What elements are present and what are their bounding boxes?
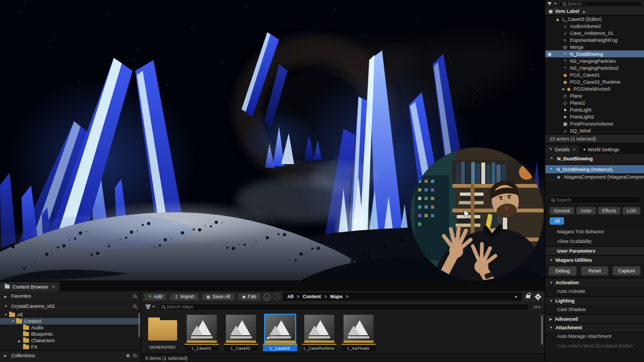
asset-tile-l_cave03[interactable]: ★L_Cave03 [262,313,298,352]
outliner-row[interactable]: ♪AudioVolume2 [545,23,644,29]
outliner-row[interactable]: ◉*N_DustBlowing [545,50,644,57]
asset-search-input[interactable] [166,304,526,309]
expander-icon[interactable]: ▼ [550,281,553,284]
tree-item-fx[interactable]: FX [0,344,141,350]
outliner-row[interactable]: ◆PCG_Cave01 [545,71,644,78]
project-row[interactable]: ▼ CrystalCaverns_v02 [0,301,141,312]
property-row[interactable]: Auto Activate [545,286,644,296]
outliner-row[interactable]: ▣PostProcessVolume [545,120,644,127]
subheader-user-parameters[interactable]: User Parameters [545,246,644,255]
outliner-row[interactable]: ◎Merge [545,43,644,50]
filter-pill-lod[interactable]: LOD [623,207,640,215]
property-row[interactable]: Cast Shadow [545,305,644,314]
outliner-search[interactable] [559,1,642,7]
visibility-eye-icon[interactable]: ◉ [548,9,553,14]
outliner-row[interactable]: ●PointLight [545,106,644,113]
reset-button[interactable]: Reset [581,266,609,276]
section-activation[interactable]: ▼Activation [545,278,644,286]
search-icon[interactable] [133,354,136,357]
filter-pill-general[interactable]: General [550,207,574,215]
back-button[interactable]: ← [264,293,270,300]
breadcrumb[interactable]: All>Content>Maps> ▼ [283,292,522,301]
expander-icon[interactable]: ▶ [562,87,565,91]
capture-button[interactable]: Capture [612,266,641,276]
outliner-row[interactable]: ◇Plane2 [545,99,644,106]
asset-tile-l_icefloats[interactable]: L_iceFloats [340,313,376,352]
import-button[interactable]: ↧Import [170,293,199,301]
outliner-row[interactable]: ●PointLight2 [545,113,644,120]
breadcrumb-segment[interactable]: Content [303,294,321,299]
asset-tile-l_cave01[interactable]: L_Cave01 [184,313,219,352]
outliner-column-header[interactable]: ◉ Item Label ▲ [545,8,644,16]
expander-icon[interactable]: ▶ [4,353,8,357]
level-viewport[interactable] [0,0,545,280]
asset-tile-l_caveruntime[interactable]: L_CaveRuntime [301,313,337,352]
close-icon[interactable]: × [52,284,55,290]
details-search[interactable] [547,196,642,204]
outliner-row[interactable]: *NS_HangingParticles [545,57,644,64]
tree-scrollbar[interactable] [138,313,140,337]
property-row[interactable]: Niagara Tick Behavior [545,227,644,237]
expander-icon[interactable]: ▶ [4,294,8,298]
assets-scrollbar[interactable] [541,315,543,345]
fab-button[interactable]: ◆Fab [238,293,261,301]
outliner-row[interactable]: ◇Plane [545,92,644,99]
filter-pill-effects[interactable]: Effects [598,207,620,215]
details-search-input[interactable] [557,197,638,203]
outliner-row[interactable]: ▲L_Cave03 (Editor) [545,16,644,23]
tree-item-characters[interactable]: ▶Characters [0,337,141,344]
property-row[interactable]: Allow Scalability [545,237,644,246]
filter-funnel-icon[interactable] [547,2,552,5]
sort-icon[interactable]: ↓≡ ▼ [533,304,540,309]
expander-icon[interactable]: ▶ [550,317,552,321]
expander-icon[interactable]: ▼ [550,299,553,302]
outliner-row[interactable]: ♪SQ_Wind [545,127,644,134]
add-button[interactable]: +Add [144,293,167,301]
gear-icon[interactable] [536,294,540,299]
outliner-row[interactable]: ◆PCG_Cave02_Runtime [545,78,644,85]
tree-item-audio[interactable]: Audio [0,324,141,331]
section-advanced[interactable]: ▶Advanced [545,314,644,323]
expander-icon[interactable]: ▼ [4,313,8,316]
section-lighting[interactable]: ▼Lighting [545,296,644,305]
chevron-down-icon[interactable]: ▼ [554,2,557,5]
property-row[interactable]: Auto Attach Weld Simulated Bodies [545,341,644,351]
chevron-down-icon[interactable]: ▼ [514,295,518,299]
breadcrumb-segment[interactable]: All [287,294,294,299]
lock-icon[interactable] [526,295,530,298]
debug-button[interactable]: Debug [548,266,577,276]
property-row[interactable]: Auto Manage Attachment [545,331,644,341]
expander-icon[interactable]: ▶ [18,339,22,343]
expander-icon[interactable]: ▼ [550,258,553,262]
collections-row[interactable]: ▶ Collections ⊕ [0,350,141,360]
visibility-eye-icon[interactable]: ◉ [547,51,552,57]
filter-pill-actor[interactable]: Actor [576,207,596,215]
expander-icon[interactable]: ▼ [11,320,15,323]
asset-tile-generated[interactable]: GENERATED [144,313,180,352]
outliner-row[interactable]: ♪Cave_Ambience_01 [545,29,644,36]
tree-item-blueprints[interactable]: Blueprints [0,331,141,337]
expander-icon[interactable]: ▼ [550,326,553,329]
filter-funnel-icon[interactable]: ▼ [145,305,155,309]
expander-icon[interactable]: ▼ [4,305,8,308]
favorites-row[interactable]: ▶ Favorites [0,291,141,301]
outliner-row[interactable]: ▶◆PCGWorldActor0 [545,85,644,92]
outliner-search-input[interactable] [567,1,639,6]
tree-item-all[interactable]: ▼All [0,312,141,318]
save-all-button[interactable]: ▦Save All [202,293,235,301]
close-icon[interactable]: × [573,147,575,152]
search-icon[interactable] [133,294,136,298]
outliner-row[interactable]: *NS_HangingParticles2 [545,64,644,71]
section-attachment[interactable]: ▼Attachment [545,323,644,331]
breadcrumb-segment[interactable]: Maps [330,294,342,299]
filter-all-pill[interactable]: All [550,217,564,225]
tab-world-settings[interactable]: ● World Settings [579,145,623,154]
component-row[interactable]: ◈ NiagaraComponent (NiagaraComponent) [545,173,644,181]
add-collection-icon[interactable]: ⊕ [126,353,130,358]
search-icon[interactable] [133,305,136,308]
tab-details[interactable]: ✎ Details × [545,145,579,154]
forward-button[interactable]: → [273,293,280,300]
outliner-row[interactable]: ≈ExponentialHeightFog [545,36,644,43]
section-niagara-utilities[interactable]: ▼Niagara Utilities [545,255,644,264]
tree-item-content[interactable]: ▼Content [0,318,141,324]
